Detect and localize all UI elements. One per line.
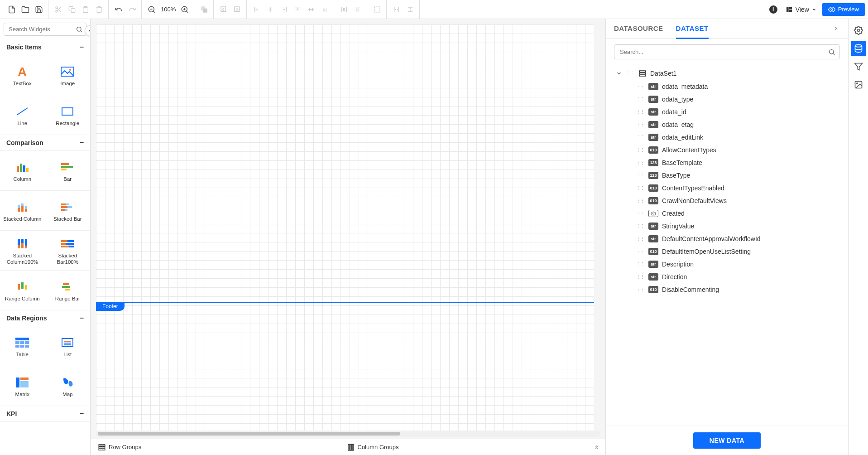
widget-line[interactable]: Line [0,95,45,135]
type-str-badge: str [648,83,658,90]
widget-map[interactable]: Map [45,366,91,406]
drag-handle-icon[interactable]: ⋮⋮ [626,71,635,77]
field-row[interactable]: ⋮⋮010AllowContentTypes [614,144,840,156]
field-row[interactable]: ⋮⋮010DisableCommenting [614,283,840,296]
new-file-button[interactable] [5,3,18,16]
widget-stacked-column-100[interactable]: Stacked Column100% [0,231,45,271]
section-basic-items[interactable]: Basic Items − [0,39,90,55]
field-row[interactable]: ⋮⋮strodata_type [614,93,840,106]
svg-rect-31 [21,203,24,206]
drag-handle-icon[interactable]: ⋮⋮ [636,249,645,255]
widget-matrix[interactable]: Matrix [0,366,45,406]
drag-handle-icon[interactable]: ⋮⋮ [636,287,645,293]
widget-search-input[interactable] [4,23,86,36]
section-data-regions[interactable]: Data Regions − [0,310,90,326]
data-rail-button[interactable] [851,41,866,56]
section-comparison[interactable]: Comparison − [0,135,90,151]
widget-stacked-bar[interactable]: Stacked Bar [45,191,91,231]
widget-image[interactable]: Image [45,55,91,95]
field-row[interactable]: ⋮⋮123BaseType [614,169,840,182]
field-row[interactable]: ⋮⋮010CrawlNonDefaultViews [614,194,840,207]
field-row[interactable]: ⋮⋮010DefaultItemOpenUseListSetting [614,245,840,258]
field-row[interactable]: ⋮⋮strodata_etag [614,118,840,131]
horizontal-scrollbar[interactable] [96,431,600,437]
drag-handle-icon[interactable]: ⋮⋮ [636,274,645,280]
field-row[interactable]: ⋮⋮strDescription [614,258,840,271]
widget-stacked-column[interactable]: Stacked Column [0,191,45,231]
field-row[interactable]: ⋮⋮strDirection [614,271,840,283]
drag-handle-icon[interactable]: ⋮⋮ [636,198,645,204]
widget-range-column[interactable]: Range Column [0,271,45,310]
settings-rail-button[interactable] [851,23,866,38]
field-row[interactable]: ⋮⋮strodata_id [614,106,840,118]
data-search-input[interactable] [614,44,840,59]
dataset-row[interactable]: ⋮⋮ DataSet1 [614,67,840,80]
canvas-scroll[interactable]: Footer [91,19,605,431]
view-dropdown[interactable]: View [781,4,821,15]
type-bool-badge: 010 [648,248,658,255]
drag-handle-icon[interactable]: ⋮⋮ [636,160,645,166]
widget-table[interactable]: Table [0,326,45,366]
groups-collapse-button[interactable] [588,444,605,450]
collapse-data-panel-button[interactable] [832,24,840,39]
svg-rect-73 [99,446,105,448]
drag-handle-icon[interactable]: ⋮⋮ [636,135,645,140]
row-groups[interactable]: Row Groups [91,443,340,451]
field-row[interactable]: ⋮⋮strodata_metadata [614,80,840,93]
drag-handle-icon[interactable]: ⋮⋮ [636,122,645,128]
type-bool-badge: 010 [648,197,658,204]
image-rail-button[interactable] [851,77,866,92]
new-data-button[interactable]: NEW DATA [693,432,761,449]
drag-handle-icon[interactable]: ⋮⋮ [636,223,645,229]
preview-button[interactable]: Preview [822,3,865,16]
svg-rect-2 [71,9,75,13]
widget-stacked-bar-100[interactable]: Stacked Bar100% [45,231,91,271]
svg-rect-53 [21,282,24,289]
field-row[interactable]: ⋮⋮Created [614,207,840,220]
zoom-in-button[interactable] [178,3,191,16]
open-file-button[interactable] [19,3,32,16]
tab-datasource[interactable]: DATASOURCE [614,24,663,39]
chevron-down-icon[interactable] [616,70,622,77]
field-row[interactable]: ⋮⋮strStringValue [614,220,840,232]
design-canvas[interactable]: Footer [96,24,594,431]
save-button[interactable] [33,3,45,16]
drag-handle-icon[interactable]: ⋮⋮ [636,185,645,191]
field-name: Direction [662,273,687,281]
widget-bar[interactable]: Bar [45,151,91,191]
svg-point-0 [56,7,58,9]
field-row[interactable]: ⋮⋮strodata_editLink [614,131,840,144]
section-kpi[interactable]: KPI − [0,406,90,422]
widget-list[interactable]: List [45,326,91,366]
drag-handle-icon[interactable]: ⋮⋮ [636,84,645,90]
drag-handle-icon[interactable]: ⋮⋮ [636,261,645,267]
field-row[interactable]: ⋮⋮010ContentTypesEnabled [614,182,840,194]
footer-label[interactable]: Footer [96,302,125,311]
field-row[interactable]: ⋮⋮strDefaultContentApprovalWorkflowId [614,232,840,245]
drag-handle-icon[interactable]: ⋮⋮ [636,236,645,242]
data-panel: DATASOURCE DATASET ⋮⋮ DataSet1 [605,19,868,455]
info-icon[interactable]: i [769,5,777,14]
drag-handle-icon[interactable]: ⋮⋮ [636,147,645,153]
drag-handle-icon[interactable]: ⋮⋮ [636,173,645,179]
widget-textbox[interactable]: A TextBox [0,55,45,95]
widget-range-bar[interactable]: Range Bar [45,271,91,310]
zoom-out-button[interactable] [145,3,158,16]
field-name: Created [662,210,685,217]
drag-handle-icon[interactable]: ⋮⋮ [636,211,645,217]
widget-rectangle[interactable]: Rectangle [45,95,91,135]
drag-handle-icon[interactable]: ⋮⋮ [636,109,645,115]
field-row[interactable]: ⋮⋮123BaseTemplate [614,156,840,169]
column-groups[interactable]: Column Groups [340,443,589,451]
undo-button[interactable] [112,3,125,16]
align-right-button [278,3,290,16]
svg-rect-58 [15,338,29,340]
svg-rect-79 [639,71,646,72]
tab-dataset[interactable]: DATASET [676,24,709,39]
widget-column[interactable]: Column [0,151,45,191]
scrollbar-thumb[interactable] [98,432,400,436]
minus-icon: − [80,43,84,51]
filter-rail-button[interactable] [851,59,866,74]
drag-handle-icon[interactable]: ⋮⋮ [636,97,645,102]
svg-rect-35 [66,203,69,205]
